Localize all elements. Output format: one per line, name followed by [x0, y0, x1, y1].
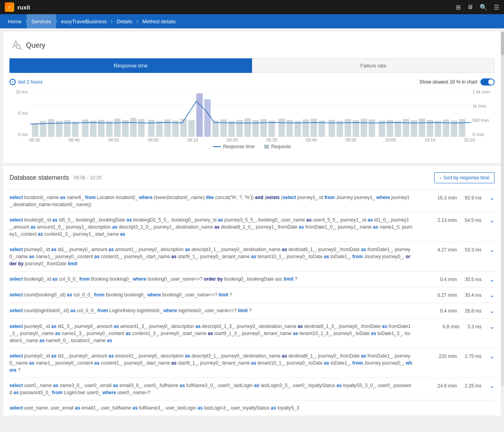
svg-rect-26 — [196, 93, 203, 137]
show-slowest: Show slowest 10 % in chart — [419, 78, 495, 86]
db-timerange: 09:56 - 10:26 — [74, 175, 102, 181]
monitor-icon[interactable]: 🖥 — [467, 4, 473, 11]
stmt-rate-5: 0.27 /min — [437, 292, 457, 298]
stmt-text-8: select journey0_.id as id1_, journey0_.a… — [9, 352, 413, 374]
stmt-rate-4: 0.4 /min — [440, 277, 457, 282]
db-title-row: Database statements 09:56 - 10:26 — [9, 174, 102, 181]
stmt-text-7: select journey0_.id as id1_3_, journey0_… — [9, 323, 413, 344]
breadcrumb-home[interactable]: Home — [3, 14, 26, 28]
sort-btn-label: Sort by response time — [443, 175, 489, 181]
svg-rect-42 — [329, 120, 335, 137]
y-right-2: 1k /min — [472, 104, 495, 108]
time-badge[interactable]: ⟳ last 2 hours — [9, 79, 43, 85]
stmt-metrics-4: 0.4 /min 30.5 ms ⌄ — [416, 276, 495, 283]
menu-icon[interactable]: ☰ — [494, 4, 499, 11]
stmt-metrics-1: 16.3 /min 92.9 ms ⌄ — [416, 194, 495, 201]
svg-rect-21 — [156, 121, 163, 137]
statement-row-1: select location0_.name as name6_ from Lo… — [9, 190, 495, 212]
svg-rect-27 — [204, 99, 211, 137]
breadcrumb-details[interactable]: Details — [112, 14, 137, 28]
scrollbar[interactable] — [501, 32, 504, 386]
search-icon[interactable]: 🔍 — [480, 4, 487, 11]
expand-btn-1[interactable]: ⌄ — [489, 194, 495, 201]
chart-y-labels-right: 1.5k /min 1k /min 500 /min 0 /min — [471, 89, 495, 137]
top-bar: r ruxit ⊞ 🖥 🔍 ☰ — [0, 0, 504, 14]
expand-btn-4[interactable]: ⌄ — [489, 276, 495, 283]
statement-row-5: select count(booking0_.id) as col_0_0_ f… — [9, 287, 495, 303]
svg-rect-29 — [220, 119, 227, 137]
expand-btn-2[interactable]: ⌄ — [489, 216, 495, 224]
svg-rect-58 — [459, 119, 465, 137]
svg-rect-51 — [403, 119, 409, 137]
stmt-text-1: select location0_.name as name6_ from Lo… — [9, 194, 413, 208]
stmt-metrics-9: 24.8 /min 2.25 ms ⌄ — [416, 382, 495, 389]
svg-rect-50 — [395, 121, 401, 137]
time-icon: ⟳ — [9, 79, 16, 85]
legend-response-time: Response time — [213, 144, 255, 149]
stmt-time-2: 54.5 ms — [465, 218, 482, 223]
expand-btn-7[interactable]: ⌄ — [489, 323, 495, 330]
svg-rect-37 — [287, 120, 293, 137]
svg-rect-13 — [90, 121, 96, 137]
sort-by-response-time-button[interactable]: › Sort by response time — [434, 172, 495, 183]
chart-svg — [30, 89, 471, 137]
scrollbar-thumb[interactable] — [501, 32, 504, 55]
tab-failure-rate[interactable]: Failure rate — [252, 58, 495, 73]
svg-rect-16 — [114, 119, 120, 137]
svg-rect-28 — [212, 121, 219, 137]
stmt-text-10: select user_name, user_email as email3_,… — [9, 404, 413, 412]
statement-row-8: select journey0_.id as id1_, journey0_.a… — [9, 348, 495, 378]
logo-text: ruxit — [17, 4, 30, 11]
stmt-rate-6: 0.4 /min — [440, 308, 457, 314]
svg-rect-34 — [260, 119, 267, 137]
svg-rect-31 — [236, 120, 243, 137]
statement-row-4: select booking0_.id as col_0_0_ from Boo… — [9, 271, 495, 287]
breadcrumb-nav: Home › Services › easyTravelBusiness › D… — [0, 14, 504, 28]
stmt-time-3: 53.3 ms — [465, 247, 482, 253]
time-label: last 2 hours — [18, 79, 43, 85]
svg-rect-8 — [48, 119, 54, 137]
stmt-rate-1: 16.3 /min — [437, 195, 457, 201]
statement-row-10: select user_name, user_email as email3_,… — [9, 400, 495, 415]
stmt-text-2: select booking0_.id as id5_5_, booking0_… — [9, 216, 413, 238]
svg-rect-35 — [269, 121, 275, 137]
stmt-text-3: select journey0_.id as id1_, journey0_.a… — [9, 246, 413, 267]
breadcrumb-method-details[interactable]: Method details — [137, 14, 180, 28]
expand-btn-3[interactable]: ⌄ — [489, 246, 495, 253]
tab-response-time[interactable]: Response time — [9, 58, 252, 73]
statement-row-9: select user0_.name as name3_0_, user0_.e… — [9, 378, 495, 400]
stmt-metrics-8: 220 /min 2.75 ms ⌄ — [416, 352, 495, 360]
svg-rect-56 — [443, 119, 449, 137]
y-right-3: 500 /min — [472, 118, 495, 123]
stmt-metrics-3: 4.27 /min 53.3 ms ⌄ — [416, 246, 495, 253]
stmt-time-9: 2.25 ms — [465, 383, 482, 389]
stmt-metrics-5: 0.27 /min 30.4 ms ⌄ — [416, 291, 495, 299]
svg-rect-11 — [72, 122, 78, 137]
chart-container: 10 ms 5 ms 0 ms — [9, 89, 495, 153]
legend-requests: Requests — [264, 144, 291, 149]
svg-rect-30 — [228, 121, 235, 137]
expand-btn-5[interactable]: ⌄ — [489, 291, 495, 299]
db-statements-section: Database statements 09:56 - 10:26 › Sort… — [3, 166, 501, 415]
statement-row-2: select booking0_.id as id5_5_, booking0_… — [9, 212, 495, 242]
logo-icon: r — [5, 2, 14, 12]
expand-btn-8[interactable]: ⌄ — [489, 352, 495, 360]
stmt-rate-9: 24.8 /min — [437, 383, 457, 389]
svg-rect-39 — [302, 119, 309, 137]
breadcrumb-services[interactable]: Services — [27, 14, 56, 28]
expand-btn-6[interactable]: ⌄ — [489, 307, 495, 315]
show-slowest-label: Show slowest 10 % in chart — [419, 79, 477, 85]
breadcrumb-easytravelbusiness[interactable]: easyTravelBusiness — [56, 14, 111, 28]
query-title-row: Query — [9, 38, 495, 53]
db-title: Database statements — [9, 174, 69, 181]
windows-icon[interactable]: ⊞ — [456, 4, 461, 11]
y-label-bot-left: 0 ms — [9, 132, 28, 137]
svg-rect-53 — [419, 119, 425, 137]
expand-btn-9[interactable]: ⌄ — [489, 382, 495, 389]
show-slowest-toggle[interactable] — [480, 78, 495, 86]
y-label-mid-left: 5 ms — [9, 111, 28, 115]
svg-rect-14 — [98, 120, 104, 137]
svg-rect-46 — [361, 119, 367, 137]
svg-rect-36 — [278, 119, 285, 137]
stmt-time-7: 3.3 ms — [467, 324, 482, 330]
